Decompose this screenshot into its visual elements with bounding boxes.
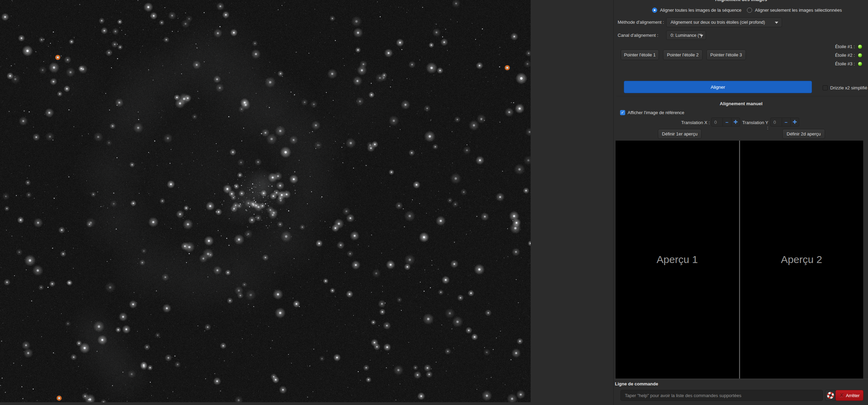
radio-align-all-label: Aligner toutes les images de la séquence	[660, 8, 741, 13]
radio-button-icon[interactable]	[747, 8, 752, 13]
selected-star-marker-3	[57, 396, 62, 401]
stop-button[interactable]: ✘ Arrêter	[835, 390, 864, 401]
preview-pane-1: Aperçu 1	[616, 141, 739, 379]
checkbox-checked-icon[interactable]	[620, 110, 625, 115]
radio-align-selected[interactable]: Aligner seulement les images sélectionné…	[747, 8, 842, 13]
radio-align-selected-label: Aligner seulement les images sélectionné…	[755, 8, 842, 13]
set-preview-2-button[interactable]: Définir 2d aperçu	[782, 129, 825, 139]
align-button[interactable]: Aligner	[624, 81, 812, 93]
selected-star-marker-2	[505, 65, 510, 70]
method-select-value: Alignement sur deux ou trois étoiles (ci…	[671, 20, 765, 25]
panel-title: Alignement des images	[614, 0, 868, 2]
star-status-1: Étoile #1 :	[835, 44, 862, 49]
translation-y-input[interactable]	[771, 118, 782, 126]
green-led-icon	[858, 53, 862, 58]
drizzle-checkbox-row[interactable]: Drizzle x2 simplifié	[823, 85, 867, 90]
channel-select[interactable]: 0: Luminance (*)	[666, 31, 706, 40]
radio-align-all[interactable]: Aligner toutes les images de la séquence	[652, 8, 741, 13]
chevron-down-icon	[700, 35, 703, 37]
radio-button-icon[interactable]	[652, 8, 657, 13]
stop-x-icon: ✘	[839, 393, 844, 398]
chevron-down-icon	[775, 22, 778, 24]
lifebuoy-icon	[827, 392, 834, 399]
star-status-2: Étoile #2 :	[835, 53, 862, 58]
star-status-3: Étoile #3 :	[835, 61, 862, 66]
section-separator	[616, 96, 866, 96]
pane-divider	[613, 0, 614, 405]
green-led-icon	[858, 44, 862, 49]
command-input[interactable]	[620, 390, 823, 401]
method-label: Méthode d'alignement :	[618, 20, 664, 25]
command-line-title: Ligne de commande	[615, 381, 658, 386]
checkbox-icon[interactable]	[823, 85, 828, 90]
channel-select-value: 0: Luminance (*)	[671, 33, 702, 38]
drizzle-label: Drizzle x2 simplifié	[830, 85, 867, 90]
set-preview-1-button[interactable]: Définir 1er aperçu	[658, 129, 702, 139]
show-reference-checkbox-row[interactable]: Afficher l'image de référence	[620, 110, 684, 115]
star-status-1-label: Étoile #1 :	[835, 44, 855, 49]
translation-x-input[interactable]	[712, 118, 723, 126]
translation-y-label: Translation Y :	[741, 120, 768, 130]
manual-alignment-title: Alignement manuel	[614, 101, 868, 106]
show-reference-label: Afficher l'image de référence	[628, 110, 684, 115]
help-button[interactable]	[825, 390, 836, 401]
translation-x-plus-button[interactable]: ✚	[731, 118, 740, 126]
translation-x-minus-button[interactable]: −	[723, 118, 731, 126]
pick-star-3-button[interactable]: Pointer l'étoile 3	[706, 50, 746, 60]
preview-2-label: Aperçu 2	[781, 254, 822, 265]
preview-pane-2: Aperçu 2	[740, 141, 864, 379]
command-section-separator	[614, 379, 868, 379]
pick-star-2-button[interactable]: Pointer l'étoile 2	[663, 50, 703, 60]
stop-button-label: Arrêter	[846, 393, 860, 398]
siril-window: Alignement des images Aligner toutes les…	[0, 0, 868, 405]
translation-x-spinner: − ✚	[711, 118, 740, 127]
star-status-2-label: Étoile #2 :	[835, 53, 855, 58]
translation-y-minus-button[interactable]: −	[782, 118, 790, 126]
translation-x-label: Translation X :	[673, 120, 710, 125]
star-status-3-label: Étoile #3 :	[835, 61, 855, 66]
image-canvas[interactable]	[0, 0, 531, 402]
alignment-panel: Alignement des images Aligner toutes les…	[614, 0, 868, 405]
green-led-icon	[858, 62, 862, 66]
pick-star-1-button[interactable]: Pointer l'étoile 1	[621, 50, 659, 60]
selected-star-marker-1	[55, 55, 60, 60]
method-select[interactable]: Alignement sur deux ou trois étoiles (ci…	[666, 18, 782, 27]
channel-label: Canal d'alignement :	[618, 33, 658, 38]
preview-1-label: Aperçu 1	[657, 254, 698, 265]
translation-y-spinner: − ✚	[770, 118, 799, 127]
preview-area: Aperçu 1 Aperçu 2	[616, 141, 863, 379]
translation-y-plus-button[interactable]: ✚	[790, 118, 799, 126]
